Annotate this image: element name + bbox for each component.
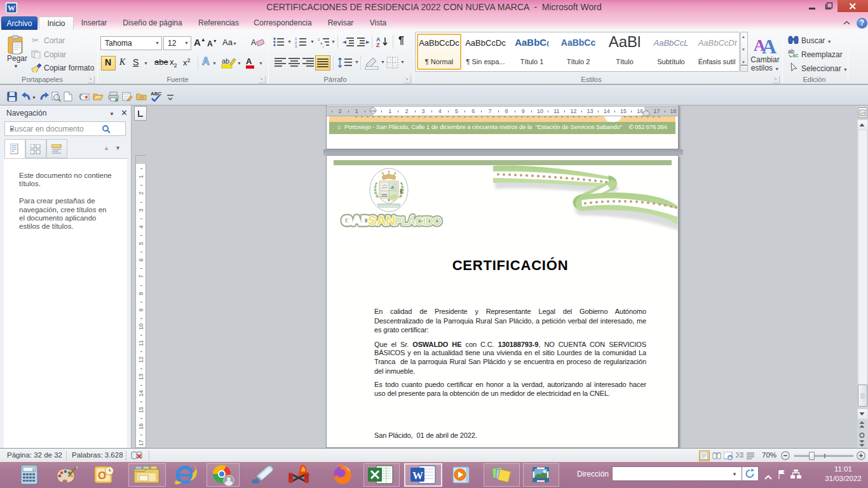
svg-text:GAD: GAD <box>342 213 371 227</box>
svg-text:Z: Z <box>376 42 380 48</box>
svg-text:W: W <box>8 4 15 13</box>
svg-text:3: 3 <box>295 44 297 48</box>
svg-text:ac: ac <box>792 52 799 58</box>
svg-text:ab: ab <box>222 57 229 65</box>
svg-text:A: A <box>246 57 252 66</box>
svg-text:W: W <box>412 470 423 482</box>
svg-text:SAN: SAN <box>368 213 395 227</box>
svg-text:A: A <box>762 35 776 55</box>
svg-text:A: A <box>251 38 256 47</box>
svg-text:PLÁCIDO: PLÁCIDO <box>395 215 441 227</box>
svg-text:i: i <box>323 45 323 48</box>
